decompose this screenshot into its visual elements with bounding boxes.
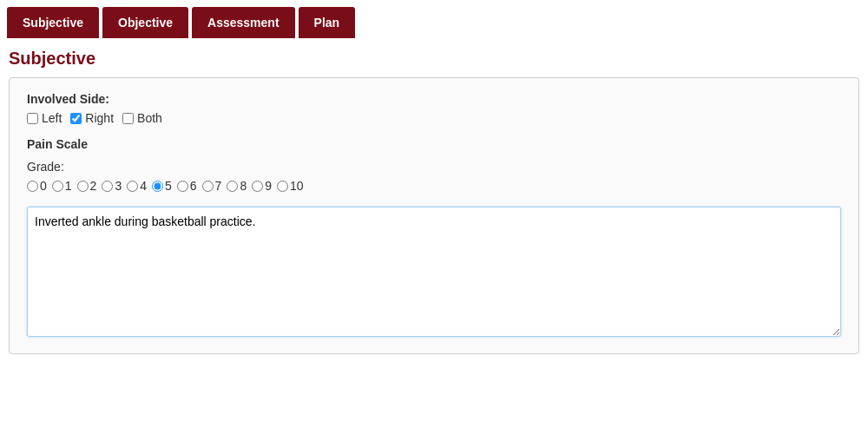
- grade-4-radio[interactable]: [127, 181, 138, 192]
- grade-10-radio[interactable]: [277, 181, 288, 192]
- involved-side-label: Involved Side:: [27, 92, 841, 106]
- grade-9-label[interactable]: 9: [252, 179, 272, 193]
- grade-5-radio[interactable]: [152, 181, 163, 192]
- grade-7-radio[interactable]: [202, 181, 214, 192]
- grade-0-label[interactable]: 0: [27, 179, 47, 193]
- grade-4-label[interactable]: 4: [127, 179, 147, 193]
- grade-3-radio[interactable]: [102, 181, 113, 192]
- grade-5-label[interactable]: 5: [152, 179, 172, 193]
- grade-2-radio[interactable]: [77, 181, 89, 192]
- left-checkbox-label[interactable]: Left: [27, 111, 62, 125]
- both-checkbox-label[interactable]: Both: [122, 111, 162, 125]
- grade-3-label[interactable]: 3: [102, 179, 122, 193]
- both-checkbox[interactable]: [122, 113, 134, 124]
- grade-label: Grade:: [27, 160, 841, 174]
- left-checkbox[interactable]: [27, 113, 38, 124]
- pain-scale-label: Pain Scale: [27, 137, 841, 151]
- tab-subjective[interactable]: Subjective: [7, 7, 99, 38]
- grade-7-label[interactable]: 7: [202, 179, 222, 193]
- right-checkbox-label[interactable]: Right: [70, 111, 114, 125]
- grade-1-radio[interactable]: [52, 181, 63, 192]
- grade-9-radio[interactable]: [252, 181, 263, 192]
- notes-textarea[interactable]: Inverted ankle during basketball practic…: [27, 207, 841, 337]
- tab-plan[interactable]: Plan: [299, 7, 356, 38]
- grade-1-label[interactable]: 1: [52, 179, 72, 193]
- grade-6-radio[interactable]: [177, 181, 188, 192]
- right-checkbox[interactable]: [70, 113, 82, 124]
- grade-10-label[interactable]: 10: [277, 179, 304, 193]
- section-heading: Subjective: [9, 49, 859, 69]
- tab-assessment[interactable]: Assessment: [192, 7, 295, 38]
- grade-8-label[interactable]: 8: [227, 179, 247, 193]
- grade-8-radio[interactable]: [227, 181, 238, 192]
- grade-0-radio[interactable]: [27, 181, 38, 192]
- grade-2-label[interactable]: 2: [77, 179, 97, 193]
- involved-side-group: Left Right Both: [27, 111, 841, 125]
- tab-bar: Subjective Objective Assessment Plan: [0, 0, 868, 38]
- subjective-card: Involved Side: Left Right Both Pain Scal…: [9, 77, 859, 354]
- tab-objective[interactable]: Objective: [102, 7, 188, 38]
- grade-6-label[interactable]: 6: [177, 179, 197, 193]
- pain-scale-group: 0 1 2 3 4 5 6 7 8 9 10: [27, 179, 841, 193]
